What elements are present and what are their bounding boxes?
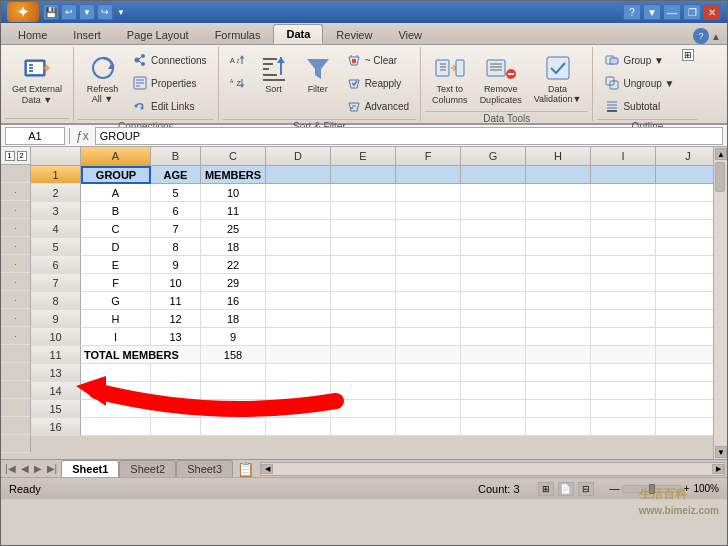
cell[interactable]	[461, 256, 526, 274]
sort-asc-button[interactable]: AZ	[225, 49, 251, 71]
cell[interactable]	[526, 274, 591, 292]
cell[interactable]	[526, 310, 591, 328]
col-header-i[interactable]: I	[591, 147, 656, 165]
cell[interactable]	[461, 346, 526, 364]
cell[interactable]	[526, 220, 591, 238]
cell[interactable]: 29	[201, 274, 266, 292]
cell[interactable]: B	[81, 202, 151, 220]
customize-qat-button[interactable]: ▼	[115, 8, 127, 17]
vertical-scrollbar[interactable]: ▲ ▼	[713, 147, 727, 459]
cell[interactable]	[331, 256, 396, 274]
row-number[interactable]: 13	[31, 364, 81, 382]
cell[interactable]	[396, 364, 461, 382]
cell[interactable]	[266, 346, 331, 364]
cell[interactable]	[461, 238, 526, 256]
cell[interactable]	[331, 346, 396, 364]
level-1-button[interactable]: 1	[5, 151, 15, 161]
cell[interactable]	[591, 364, 656, 382]
cell[interactable]	[591, 202, 656, 220]
tab-review[interactable]: Review	[323, 25, 385, 44]
cell[interactable]: I	[81, 328, 151, 346]
cell[interactable]	[331, 220, 396, 238]
cell[interactable]: 11	[201, 202, 266, 220]
row-number[interactable]: 11	[31, 346, 81, 364]
cell[interactable]	[526, 346, 591, 364]
cell[interactable]	[591, 220, 656, 238]
last-sheet-button[interactable]: ▶|	[45, 463, 60, 474]
scroll-up-button[interactable]: ▲	[715, 148, 727, 160]
cell[interactable]	[656, 382, 713, 400]
first-sheet-button[interactable]: |◀	[3, 463, 18, 474]
cell[interactable]: 7	[151, 220, 201, 238]
cell[interactable]	[591, 418, 656, 436]
tab-page-layout[interactable]: Page Layout	[114, 25, 202, 44]
cell[interactable]	[526, 328, 591, 346]
cell[interactable]	[656, 418, 713, 436]
cell[interactable]: F	[81, 274, 151, 292]
cell[interactable]	[396, 382, 461, 400]
ungroup-button[interactable]: Ungroup ▼	[599, 72, 679, 94]
cell[interactable]	[461, 220, 526, 238]
save-button[interactable]: 💾	[43, 4, 59, 20]
cell[interactable]	[331, 166, 396, 184]
sort-button[interactable]: Sort	[253, 49, 295, 97]
row-number[interactable]: 6	[31, 256, 81, 274]
normal-view-button[interactable]: ⊞	[538, 482, 554, 496]
cell[interactable]	[266, 220, 331, 238]
cell[interactable]: D	[81, 238, 151, 256]
col-header-a[interactable]: A	[81, 147, 151, 165]
cell[interactable]	[201, 364, 266, 382]
cell[interactable]	[396, 310, 461, 328]
scroll-left-button[interactable]: ◀	[261, 464, 273, 474]
cell[interactable]	[591, 292, 656, 310]
cell[interactable]: 11	[151, 292, 201, 310]
get-external-data-button[interactable]: Get ExternalData ▼	[7, 49, 67, 109]
group-button[interactable]: Group ▼	[599, 49, 679, 71]
cell[interactable]	[266, 364, 331, 382]
cell[interactable]	[81, 382, 151, 400]
restore-button[interactable]: ❐	[683, 4, 701, 20]
cell[interactable]: E	[81, 256, 151, 274]
cell[interactable]	[331, 238, 396, 256]
sheet-tab-sheet3[interactable]: Sheet3	[176, 460, 233, 477]
cell[interactable]	[461, 202, 526, 220]
undo-button[interactable]: ↩	[61, 4, 77, 20]
cell[interactable]	[461, 328, 526, 346]
row-number[interactable]: 10	[31, 328, 81, 346]
cell[interactable]: 9	[151, 256, 201, 274]
function-wizard-icon[interactable]: ƒx	[74, 129, 91, 143]
cell[interactable]	[396, 184, 461, 202]
cell[interactable]: 5	[151, 184, 201, 202]
row-number[interactable]: 8	[31, 292, 81, 310]
cell[interactable]	[591, 184, 656, 202]
row-number[interactable]: 3	[31, 202, 81, 220]
cell[interactable]	[591, 256, 656, 274]
cell[interactable]	[656, 328, 713, 346]
cell[interactable]: 25	[201, 220, 266, 238]
cell[interactable]	[331, 328, 396, 346]
cell[interactable]	[461, 418, 526, 436]
advanced-button[interactable]: Advanced	[341, 95, 414, 117]
subtotal-button[interactable]: Subtotal	[599, 95, 679, 117]
row-number[interactable]: 9	[31, 310, 81, 328]
row-number[interactable]: 2	[31, 184, 81, 202]
sheet-tab-sheet1[interactable]: Sheet1	[61, 460, 119, 477]
ribbon-collapse-button[interactable]: ▼	[643, 4, 661, 20]
cell[interactable]: 16	[201, 292, 266, 310]
cell[interactable]	[396, 256, 461, 274]
cell[interactable]	[656, 346, 713, 364]
minimize-button[interactable]: —	[663, 4, 681, 20]
cell[interactable]: C	[81, 220, 151, 238]
cell[interactable]	[81, 364, 151, 382]
cell[interactable]	[461, 364, 526, 382]
col-header-j[interactable]: J	[656, 147, 713, 165]
cell[interactable]	[81, 418, 151, 436]
cell[interactable]	[526, 238, 591, 256]
zoom-out-button[interactable]: —	[610, 483, 620, 494]
reapply-button[interactable]: Reapply	[341, 72, 414, 94]
cell[interactable]: 22	[201, 256, 266, 274]
cell[interactable]	[266, 400, 331, 418]
cell[interactable]	[656, 310, 713, 328]
row-number[interactable]: 7	[31, 274, 81, 292]
cell[interactable]	[396, 400, 461, 418]
